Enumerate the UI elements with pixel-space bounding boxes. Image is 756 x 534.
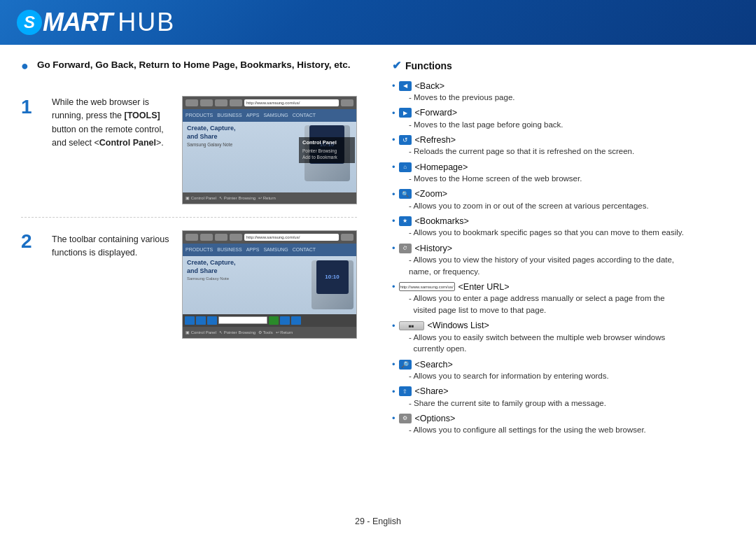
section-title: Go Forward, Go Back, Return to Home Page… [37,59,351,72]
func-windowslist-name: <Windows List> [428,321,489,330]
icon-forward: ▶ [399,108,412,118]
func-history-name: <History> [415,244,453,253]
func-search-desc: - Allows you to search for information b… [392,370,735,382]
step-1-text: While the web browser is running, press … [52,96,171,150]
checkmark-icon: ✔ [392,59,401,72]
icon-search: 🔎 [399,360,412,370]
bullet-bookmarks: • [392,216,396,226]
func-bookmarks: • ★ <Bookmarks> - Allows you to bookmark… [392,216,735,239]
step-1-image: http://www.samsung.com/us/ PRODUCTSBUSIN… [182,96,357,204]
func-enterurl: • http://www.samsung.com/us/ <Enter URL>… [392,281,735,316]
func-refresh-desc: - Reloads the current page so that it is… [392,146,735,157]
func-share-name: <Share> [415,386,449,396]
bullet-refresh: • [392,134,396,145]
right-column: ✔ Functions • ◀ <Back> - Moves to the pr… [392,59,735,495]
header: S MART HUB [0,0,756,45]
bullet-options: • [392,413,396,423]
bullet-share: • [392,386,396,397]
icon-url-field: http://www.samsung.com/us/ [399,282,455,291]
logo-hub-text: HUB [118,10,175,35]
func-windowslist-desc: - Allows you to easily switch between th… [392,332,735,355]
icon-back: ◀ [399,81,412,91]
func-zoom-desc: - Allows you to zoom in or out of the sc… [392,200,735,212]
func-enterurl-desc: - Allows you to enter a page address man… [392,293,735,316]
screenshot-2: http://www.samsung.com/us/ PRODUCTSBUSIN… [182,230,357,339]
func-history: • ⏱ <History> - Allows you to view the h… [392,243,735,277]
section-bullet: ● [21,59,29,73]
func-forward: • ▶ <Forward> - Moves to the last page b… [392,108,735,131]
func-enterurl-name: <Enter URL> [458,282,510,292]
functions-header: ✔ Functions [392,59,735,72]
logo-s-circle: S [17,10,42,35]
icon-bookmarks: ★ [399,216,412,226]
icon-share: ⇧ [399,386,412,396]
footer: 29 - English [0,509,756,534]
bullet-search: • [392,359,396,370]
func-forward-desc: - Moves to the last page before going ba… [392,119,735,131]
icon-history: ⏱ [399,244,412,253]
func-options: • ⚙ <Options> - Allows you to configure … [392,413,735,436]
bullet-enterurl: • [392,281,396,292]
func-homepage-desc: - Moves to the Home screen of the web br… [392,173,735,185]
functions-list: • ◀ <Back> - Moves to the previous page.… [392,80,735,436]
func-back-desc: - Moves to the previous page. [392,92,735,104]
func-back: • ◀ <Back> - Moves to the previous page. [392,80,735,104]
func-refresh-name: <Refresh> [415,135,456,145]
func-options-desc: - Allows you to configure all settings f… [392,424,735,436]
func-options-name: <Options> [415,414,456,423]
logo-smart-text: MART [43,10,112,35]
main-content: ● Go Forward, Go Back, Return to Home Pa… [0,45,756,509]
step-2-number: 2 [21,232,41,251]
bullet-back: • [392,80,396,91]
bullet-forward: • [392,108,396,118]
icon-zoom: 🔍 [399,189,412,199]
func-homepage: • ⌂ <Homepage> - Moves to the Home scree… [392,162,735,185]
func-zoom-name: <Zoom> [415,189,448,199]
bullet-history: • [392,243,396,253]
func-refresh: • ↺ <Refresh> - Reloads the current page… [392,134,735,157]
bullet-windowslist: • [392,321,396,331]
func-homepage-name: <Homepage> [415,162,468,172]
bullet-zoom: • [392,189,396,199]
step-1-block: 1 While the web browser is running, pres… [21,96,357,218]
icon-homepage: ⌂ [399,162,412,172]
func-zoom: • 🔍 <Zoom> - Allows you to zoom in or ou… [392,189,735,212]
func-share: • ⇧ <Share> - Share the current site to … [392,386,735,409]
step-2-block: 2 The toolbar containing various functio… [21,230,357,339]
icon-windows-list: ■■ [399,321,424,330]
functions-title: Functions [405,60,452,71]
page-number: 29 - English [355,517,401,526]
func-search-name: <Search> [415,360,453,370]
func-back-name: <Back> [415,81,444,91]
func-bookmarks-name: <Bookmarks> [415,216,469,226]
func-share-desc: - Share the current site to family group… [392,398,735,409]
step-1-number: 1 [21,97,41,117]
left-column: ● Go Forward, Go Back, Return to Home Pa… [21,59,364,495]
icon-options: ⚙ [399,414,412,423]
screenshot-1: http://www.samsung.com/us/ PRODUCTSBUSIN… [182,96,357,204]
func-bookmarks-desc: - Allows you to bookmark specific pages … [392,227,735,239]
func-history-desc: - Allows you to view the history of your… [392,254,735,277]
icon-refresh: ↺ [399,135,412,145]
step-2-text: The toolbar containing various functions… [52,230,171,260]
logo: S MART HUB [17,10,175,35]
bullet-homepage: • [392,162,396,172]
func-search: • 🔎 <Search> - Allows you to search for … [392,359,735,382]
func-windowslist: • ■■ <Windows List> - Allows you to easi… [392,321,735,355]
step-2-image: http://www.samsung.com/us/ PRODUCTSBUSIN… [182,230,357,339]
func-forward-name: <Forward> [415,108,457,118]
